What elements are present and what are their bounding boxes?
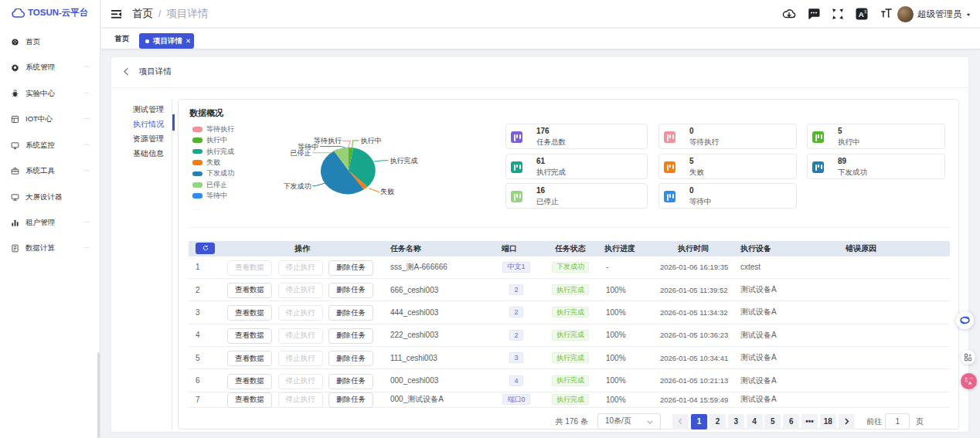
svg-text:失败: 失败 — [380, 188, 394, 195]
svg-text:下发成功: 下发成功 — [283, 182, 311, 190]
svg-text:执行中: 执行中 — [361, 137, 382, 144]
svg-text:A: A — [968, 381, 972, 385]
svg-text:文: 文 — [965, 376, 968, 381]
svg-text:已停止: 已停止 — [291, 149, 311, 157]
svg-text:文: 文 — [863, 9, 867, 14]
svg-text:执行完成: 执行完成 — [390, 157, 417, 165]
